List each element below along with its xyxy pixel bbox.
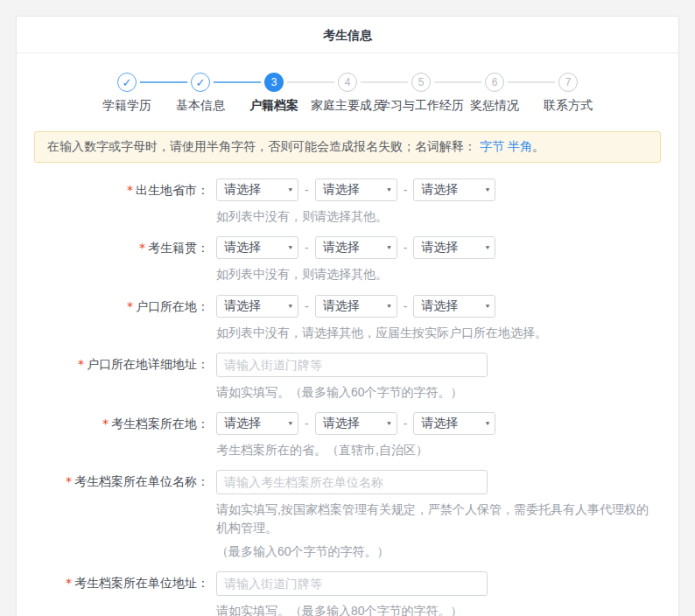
form-row-hukou-location: *户口所在地： 请选择▾ - 请选择▾ - 请选择▾ 如列表中没有，请选择其他，… [17,295,678,341]
step-label: 学习与工作经历 [378,98,464,114]
archive-unit-address-input[interactable] [216,571,488,596]
step-jiangcheng[interactable]: 6 奖惩情况 [458,73,531,114]
chevron-down-icon: ▾ [387,303,391,310]
field-hint: 如列表中没有，则请选择其他。 [216,265,658,283]
native-city-select[interactable]: 请选择▾ [315,236,397,259]
field-hint: 考生档案所在的省。（直辖市,自治区） [216,441,658,458]
step-label: 奖惩情况 [470,98,519,114]
step-lianxi-fangshi[interactable]: 7 联系方式 [531,73,605,114]
chevron-down-icon: ▾ [486,420,490,427]
check-icon: ✓ [117,73,137,92]
field-label: *考生档案所在单位名称： [17,470,216,560]
field-hint: 如列表中没有，则请选择其他。 [216,207,658,225]
chevron-down-icon: ▾ [387,420,391,427]
birthplace-city-select[interactable]: 请选择▾ [315,178,397,201]
chevron-down-icon: ▾ [288,186,292,193]
field-label: *出生地省市： [17,178,216,225]
chevron-down-icon: ▾ [387,186,391,193]
native-district-select[interactable]: 请选择▾ [413,236,495,259]
chevron-down-icon: ▾ [387,244,391,251]
field-label: *考生档案所在单位地址： [17,571,216,616]
required-asterisk: * [102,416,109,430]
check-icon: ✓ [191,73,210,92]
step-number: 3 [264,73,284,92]
page-title: 考生信息 [17,17,678,53]
chevron-down-icon: ▾ [288,303,292,310]
step-label: 学籍学历 [102,98,151,114]
archive-city-select[interactable]: 请选择▾ [315,412,397,435]
wizard-stepper: ✓ 学籍学历 ✓ 基本信息 3 户籍档案 4 家庭主要成员 5 学习与工作经历 … [17,53,678,117]
birthplace-province-select[interactable]: 请选择▾ [216,178,298,201]
step-jiating-chengyuan[interactable]: 4 家庭主要成员 [311,73,384,114]
form-row-archive-location: *考生档案所在地： 请选择▾ - 请选择▾ - 请选择▾ 考生档案所在的省。（直… [17,412,678,458]
form-row-hukou-address: *户口所在地详细地址： 请如实填写。（最多输入60个字节的字符。） [17,353,678,401]
form-row-native-place: *考生籍贯： 请选择▾ - 请选择▾ - 请选择▾ 如列表中没有，则请选择其他。 [17,236,678,283]
required-asterisk: * [127,183,133,197]
step-label: 户籍档案 [249,98,298,114]
chevron-down-icon: ▾ [486,186,490,193]
step-label: 基本信息 [176,98,225,114]
hukou-city-select[interactable]: 请选择▾ [315,295,397,318]
step-number: 7 [558,73,578,92]
chevron-down-icon: ▾ [486,244,490,251]
form-row-birthplace: *出生地省市： 请选择▾ - 请选择▾ - 请选择▾ 如列表中没有，则请选择其他… [17,178,678,225]
required-asterisk: * [139,241,145,255]
hukou-address-input[interactable] [216,353,488,377]
required-asterisk: * [66,576,72,590]
field-hint: 如列表中没有，请选择其他，应届生按实际户口所在地选择。 [216,324,658,341]
step-number: 6 [485,73,504,92]
candidate-info-card: 考生信息 ✓ 学籍学历 ✓ 基本信息 3 户籍档案 4 家庭主要成员 5 学习与… [16,16,679,616]
archive-province-select[interactable]: 请选择▾ [216,412,298,435]
field-label: *考生档案所在地： [17,412,216,458]
birthplace-district-select[interactable]: 请选择▾ [413,178,495,201]
chevron-down-icon: ▾ [288,244,292,251]
step-jiben-xinxi[interactable]: ✓ 基本信息 [164,73,237,114]
notice-text: 在输入数字或字母时，请使用半角字符，否则可能会造成报名失败；名词解释： [47,139,476,153]
native-province-select[interactable]: 请选择▾ [216,236,298,259]
field-hint-line2: （最多输入60个字节的字符。） [216,542,658,560]
step-number: 4 [338,73,357,92]
chevron-down-icon: ▾ [288,420,292,427]
hukou-province-select[interactable]: 请选择▾ [216,295,298,318]
form-row-archive-unit-address: *考生档案所在单位地址： 请如实填写。（最多输入80个字节的字符。） [17,571,678,616]
required-asterisk: * [66,474,72,488]
form-row-archive-unit-name: *考生档案所在单位名称： 请如实填写,按国家档案管理有关规定，严禁个人保管，需委… [17,470,678,560]
field-hint: 请如实填写。（最多输入60个字节的字符。） [216,383,658,401]
archive-district-select[interactable]: 请选择▾ [413,412,495,435]
step-label: 联系方式 [544,98,593,114]
step-label: 家庭主要成员 [311,98,384,114]
field-label: *户口所在地： [17,295,216,341]
field-label: *考生籍贯： [17,236,216,283]
chevron-down-icon: ▾ [486,303,490,310]
archive-unit-name-input[interactable] [216,470,488,494]
halfwidth-notice-banner: 在输入数字或字母时，请使用半角字符，否则可能会造成报名失败；名词解释：字节半角。 [34,131,661,163]
field-hint: 请如实填写。（最多输入80个字节的字符。） [216,602,658,616]
link-zijie[interactable]: 字节 [480,139,504,153]
hukou-district-select[interactable]: 请选择▾ [413,295,495,318]
step-huji-dangan[interactable]: 3 户籍档案 [237,73,311,114]
link-banjiao[interactable]: 半角 [508,139,532,153]
required-asterisk: * [127,299,133,313]
step-number: 5 [411,73,431,92]
step-xuexi-gongzuo[interactable]: 5 学习与工作经历 [384,73,458,114]
step-xueji-xueli[interactable]: ✓ 学籍学历 [90,73,164,114]
field-hint: 请如实填写,按国家档案管理有关规定，严禁个人保管，需委托具有人事代理权的机构管理… [216,500,658,536]
required-asterisk: * [78,357,84,371]
field-label: *户口所在地详细地址： [17,353,216,401]
